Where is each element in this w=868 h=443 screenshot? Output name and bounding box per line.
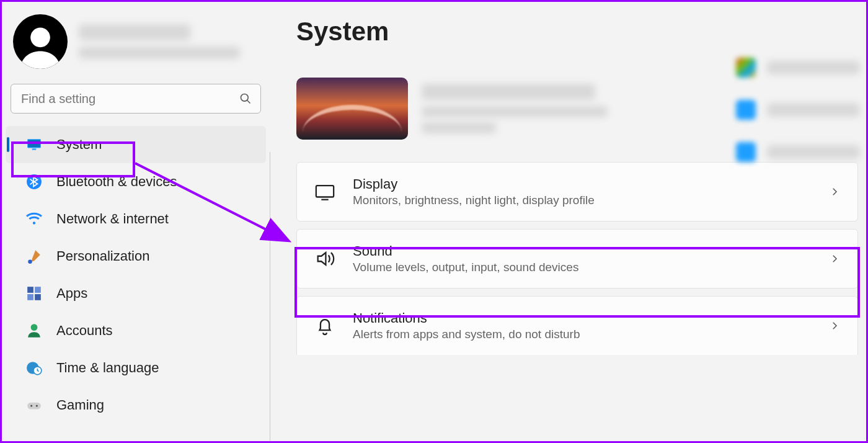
tile-text-redacted xyxy=(767,103,860,117)
setting-subtitle: Alerts from apps and system, do not dist… xyxy=(353,328,812,341)
svg-rect-5 xyxy=(32,149,37,150)
sidebar-item-label: Network & internet xyxy=(56,211,169,227)
tile-row xyxy=(736,58,860,78)
sidebar-item-label: Time & language xyxy=(56,360,159,376)
tile-row xyxy=(736,142,860,162)
chevron-right-icon xyxy=(829,320,840,331)
search-icon xyxy=(239,92,252,105)
wifi-icon xyxy=(25,210,43,228)
avatar xyxy=(13,14,68,69)
setting-item-sound[interactable]: Sound Volume levels, output, input, soun… xyxy=(296,229,858,289)
user-text xyxy=(79,24,259,59)
sidebar-item-label: Personalization xyxy=(56,248,149,264)
sidebar-item-personalization[interactable]: Personalization xyxy=(6,238,266,275)
nav-list: System Bluetooth & devices Network & int… xyxy=(2,125,270,424)
svg-point-7 xyxy=(28,259,32,264)
svg-point-0 xyxy=(30,28,50,48)
svg-rect-10 xyxy=(27,294,33,300)
svg-line-2 xyxy=(247,101,250,104)
bell-icon xyxy=(314,315,335,336)
tile-row xyxy=(736,100,860,120)
speaker-icon xyxy=(314,248,335,269)
user-account-block[interactable] xyxy=(2,14,270,84)
person-icon xyxy=(25,322,43,339)
sidebar-item-label: Accounts xyxy=(56,323,113,339)
sidebar-item-label: Bluetooth & devices xyxy=(56,174,177,190)
bluetooth-icon xyxy=(25,173,43,190)
page-title: System xyxy=(296,17,858,47)
globe-clock-icon xyxy=(25,359,43,377)
svg-rect-8 xyxy=(27,287,33,293)
microsoft-icon xyxy=(736,58,756,78)
brush-icon xyxy=(25,248,43,265)
svg-point-17 xyxy=(36,405,38,406)
sidebar-item-label: System xyxy=(56,136,102,153)
svg-rect-11 xyxy=(35,294,41,300)
svg-rect-15 xyxy=(27,403,41,409)
svg-rect-9 xyxy=(35,287,41,293)
sidebar-item-label: Apps xyxy=(56,285,87,302)
sidebar-item-gaming[interactable]: Gaming xyxy=(6,387,266,424)
sidebar-item-apps[interactable]: Apps xyxy=(6,275,266,312)
sidebar-item-network[interactable]: Network & internet xyxy=(6,200,266,238)
tile-text-redacted xyxy=(767,145,860,159)
sidebar-item-system[interactable]: System xyxy=(6,126,266,163)
svg-rect-4 xyxy=(28,140,40,147)
svg-point-12 xyxy=(31,324,38,331)
settings-list: Display Monitors, brightness, night ligh… xyxy=(296,162,858,355)
device-rename-redacted xyxy=(422,122,496,133)
setting-subtitle: Monitors, brightness, night light, displ… xyxy=(353,194,812,207)
search-input[interactable] xyxy=(21,92,233,106)
gamepad-icon xyxy=(25,396,43,414)
right-info-tiles xyxy=(736,58,860,162)
monitor-icon xyxy=(25,136,43,153)
chevron-right-icon xyxy=(829,186,840,197)
windows-update-icon xyxy=(736,142,756,162)
apps-icon xyxy=(25,285,43,302)
setting-title: Display xyxy=(353,176,812,192)
desktop-wallpaper-thumbnail xyxy=(296,78,408,140)
device-name-redacted xyxy=(422,84,595,100)
display-icon xyxy=(314,181,335,202)
sidebar-item-label: Gaming xyxy=(56,397,104,413)
user-email-redacted xyxy=(79,47,240,59)
sidebar: System Bluetooth & devices Network & int… xyxy=(2,2,270,441)
onedrive-icon xyxy=(736,100,756,120)
user-name-redacted xyxy=(79,24,190,40)
sidebar-item-accounts[interactable]: Accounts xyxy=(6,312,266,349)
tile-text-redacted xyxy=(767,61,860,74)
sidebar-divider xyxy=(270,152,270,443)
setting-item-notifications[interactable]: Notifications Alerts from apps and syste… xyxy=(296,296,858,355)
chevron-right-icon xyxy=(829,253,840,264)
setting-item-display[interactable]: Display Monitors, brightness, night ligh… xyxy=(296,162,858,222)
sidebar-item-time[interactable]: Time & language xyxy=(6,349,266,387)
setting-title: Notifications xyxy=(353,310,812,326)
search-input-container[interactable] xyxy=(11,84,261,114)
setting-title: Sound xyxy=(353,243,812,259)
svg-point-16 xyxy=(30,405,32,406)
svg-point-1 xyxy=(241,94,249,102)
svg-rect-18 xyxy=(316,186,334,197)
setting-subtitle: Volume levels, output, input, sound devi… xyxy=(353,261,812,274)
sidebar-item-bluetooth[interactable]: Bluetooth & devices xyxy=(6,163,266,200)
device-model-redacted xyxy=(422,106,608,117)
